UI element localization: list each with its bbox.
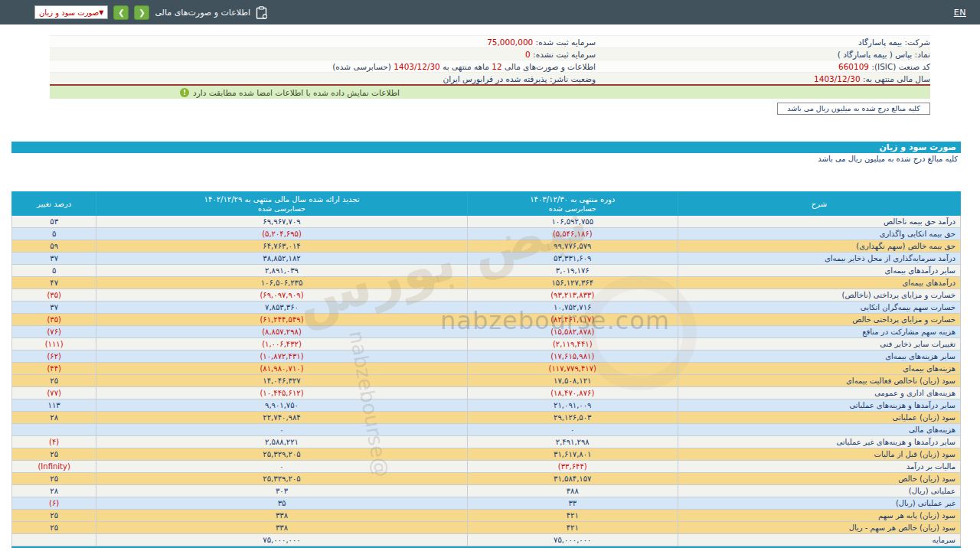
- table-row: خسارت و مزایای پرداختی خالص(۸۲,۴۶۱,۱۱۷)(…: [12, 314, 961, 326]
- statement-type-value: صورت سود و زیان: [39, 8, 99, 17]
- row-label: هزینه‌های اداری و عمومی: [678, 387, 960, 399]
- current-period-value: ۳,۰۱۹,۱۷۶: [467, 265, 678, 277]
- prior-period-value: ۷۵,۰۰۰,۰۰۰: [96, 534, 467, 546]
- table-row: هزینه سهم مشارکت در منافع(۱۵,۵۸۲,۸۷۸)(۸,…: [12, 326, 961, 338]
- isic-label: کد صنعت (ISIC):: [871, 62, 930, 71]
- current-period-value: ۱۰۶,۵۹۲,۷۵۵: [467, 216, 678, 228]
- percent-change-value: (۱۱۱): [12, 338, 96, 350]
- current-period-value: ۳۱,۶۱۷,۸۰۱: [467, 448, 678, 461]
- nav-forward-button[interactable]: ❯: [113, 5, 129, 20]
- percent-change-value: (۴۴): [12, 363, 96, 375]
- table-row: سرمایه۷۵,۰۰۰,۰۰۰۷۵,۰۰۰,۰۰۰: [12, 534, 961, 546]
- info-row-company: شرکت: بیمه پاسارگاد سرمایه ثبت شده: 75,0…: [50, 35, 930, 47]
- prior-period-value: ۶۴,۷۶۳,۰۱۴: [96, 240, 467, 253]
- percent-change-value: (Infinity): [12, 461, 96, 473]
- prior-period-value: (۵,۲۰۴,۶۹۵): [96, 228, 467, 240]
- row-label: تغییرات سایر ذخایر فنی: [678, 338, 960, 350]
- table-header-row: شرح دوره منتهی به ۱۴۰۳/۱۲/۳۰ حسابرسی شده…: [12, 192, 961, 216]
- row-label: سود (زیان) خالص هر سهم - ریال: [678, 522, 960, 534]
- row-label: خسارت سهم بیمه‌گران اتکایی: [678, 302, 960, 314]
- row-label: هزینه سهم مشارکت در منافع: [678, 326, 960, 338]
- prior-period-value: ۷,۸۵۳,۳۶۰: [96, 302, 467, 314]
- current-period-value: (۹۳,۲۱۳,۸۳۳): [467, 289, 678, 302]
- prior-period-value: (۱۰,۴۴۵,۶۱۲): [96, 387, 467, 399]
- table-row: سود (زیان) پایه هر سهم۴۲۱۳۳۸۲۵: [12, 510, 961, 522]
- row-label: غیر عملیاتی (ریال): [678, 497, 960, 510]
- statement-type-dropdown[interactable]: صورت سود و زیان ▼: [34, 5, 108, 19]
- page-title: اطلاعات و صورت‌های مالی: [155, 8, 250, 18]
- row-label: سایر درآمدها و هزینه‌های عملیاتی: [678, 399, 960, 412]
- current-period-value: (۱۵,۵۸۲,۸۷۸): [467, 326, 678, 338]
- percent-change-value: ۱۱۳: [12, 399, 96, 412]
- current-period-value: ۱۰,۷۵۲,۷۱۶: [467, 302, 678, 314]
- current-period-value: ۲۱,۰۹۱,۰۰۹: [467, 399, 678, 412]
- prior-period-value: ۶۹,۹۶۷,۷۰۹: [96, 216, 467, 228]
- current-period-value: (۲,۱۱۹,۴۴۱): [467, 338, 678, 350]
- percent-change-value: ۳۷: [12, 302, 96, 314]
- percent-change-value: (۴): [12, 436, 96, 448]
- row-label: سود (زیان) خالص: [678, 473, 960, 485]
- prior-period-value: ۲۵,۳۲۹,۲۰۵: [96, 473, 467, 485]
- current-period-value: (۸۲,۴۶۱,۱۱۷): [467, 314, 678, 326]
- prior-period-value: ۲,۸۹۱,۰۳۹: [96, 265, 467, 277]
- row-label: عملیاتی (ریال): [678, 485, 960, 497]
- current-period-value: (۱۱۷,۷۷۹,۴۱۷): [467, 363, 678, 375]
- col-header-current-period: دوره منتهی به ۱۴۰۳/۱۲/۳۰ حسابرسی شده: [467, 192, 678, 216]
- percent-change-value: (۳۵): [12, 289, 96, 302]
- prior-period-value: ۳۳۸: [96, 522, 467, 534]
- current-period-value: ۱۵۶,۱۲۷,۳۶۴: [467, 277, 678, 289]
- prior-period-value: (۱,۰۰۶,۴۳۲): [96, 338, 467, 350]
- row-label: خسارت و مزایای پرداختی (ناخالص): [678, 289, 960, 302]
- table-row: حق بیمه خالص (سهم نگهداری)۹۹,۷۷۶,۵۷۹۶۴,۷…: [12, 240, 961, 253]
- nav-back-button[interactable]: ❮: [134, 5, 149, 20]
- statement-section-title: صورت سود و زیان: [11, 142, 961, 153]
- current-period-value: ۴۲۱: [467, 522, 678, 534]
- prior-period-value: ۳۰۳: [96, 485, 467, 497]
- prior-period-value: ۳۳۸: [96, 510, 467, 522]
- info-row-isic: کد صنعت (ISIC): 660109 اطلاعات و صورت‌ها…: [50, 60, 930, 72]
- percent-change-value: (۳۵): [12, 314, 96, 326]
- prior-period-value: ۰: [96, 424, 467, 436]
- prior-period-value: (۱۰,۸۷۲,۴۳۱): [96, 350, 467, 363]
- percent-change-value: ۵۹: [12, 240, 96, 253]
- prior-period-value: ۰: [96, 461, 467, 473]
- info-circle-icon: !: [180, 88, 189, 97]
- row-label: حق بیمه خالص (سهم نگهداری): [678, 240, 960, 253]
- period-text-3: (حسابرسی شده): [332, 62, 391, 71]
- percent-change-value: ۲۵: [12, 448, 96, 461]
- prior-period-value: (۸۱,۹۸۰,۷۱۰): [96, 363, 467, 375]
- company-name: بیمه پاسارگاد: [858, 37, 902, 47]
- prior-period-value: ۳۵: [96, 497, 467, 510]
- table-row: سود (زیان) عملیاتی۲۹,۱۲۶,۵۰۳۲۲,۷۴۰,۹۸۴۲۸: [12, 412, 961, 424]
- current-period-value: (۱۸,۴۷۰,۸۷۶): [467, 387, 678, 399]
- percent-change-value: (۷۶): [12, 326, 96, 338]
- company-info-panel: شرکت: بیمه پاسارگاد سرمایه ثبت شده: 75,0…: [50, 35, 930, 86]
- period-text-2: ماهه منتهی به: [443, 62, 489, 71]
- amounts-unit-box[interactable]: کلیه مبالغ درج شده به میلیون ریال می باش…: [777, 103, 930, 115]
- percent-change-value: ۵۳: [12, 216, 96, 228]
- signature-match-alert: اطلاعات نمایش داده شده با اطلاعات امضا ش…: [50, 86, 930, 99]
- chevron-down-icon: ▼: [99, 9, 103, 16]
- percent-change-value: ۲۸: [12, 412, 96, 424]
- row-label: سود (زیان) ناخالص فعالیت بیمه‌ای: [678, 375, 960, 387]
- isic-value: 660109: [838, 62, 869, 71]
- table-row: سود (زیان) خالص هر سهم - ریال۴۲۱۳۳۸۲۵: [12, 522, 961, 534]
- prior-period-value: (۸,۸۵۷,۲۹۸): [96, 326, 467, 338]
- row-label: خسارت و مزایای پرداختی خالص: [678, 314, 960, 326]
- top-navigation-bar: اطلاعات و صورت‌های مالی ❮ ❯ صورت سود و ز…: [0, 0, 980, 24]
- col-header-prior-period: تجدید ارائه شده سال مالی منتهی به ۱۴۰۲/۱…: [96, 192, 467, 216]
- symbol-label: نماد:: [915, 50, 930, 59]
- table-row: خسارت سهم بیمه‌گران اتکایی۱۰,۷۵۲,۷۱۶۷,۸۵…: [12, 302, 961, 314]
- period-months: 12: [492, 62, 501, 71]
- language-en-link[interactable]: EN: [954, 8, 966, 18]
- percent-change-value: (۶۲): [12, 350, 96, 363]
- info-row-symbol: نماد: بپاس ( بیمه پاسارگاد ) سرمایه ثبت …: [50, 47, 930, 60]
- period-date: 1403/12/30: [394, 62, 440, 71]
- current-period-value: (۱۷,۶۱۵,۹۸۱): [467, 350, 678, 363]
- symbol-value: بپاس ( بیمه پاسارگاد ): [838, 50, 913, 59]
- capital-registered-value: 75,000,000: [487, 37, 533, 47]
- period-text-1: اطلاعات و صورت‌های مالی: [505, 62, 596, 71]
- issuer-status-label: وضعیت ناشر:: [550, 74, 596, 83]
- row-label: درآمد حق بیمه ناخالص: [678, 216, 960, 228]
- row-label: هزینه‌های مالی: [678, 424, 960, 436]
